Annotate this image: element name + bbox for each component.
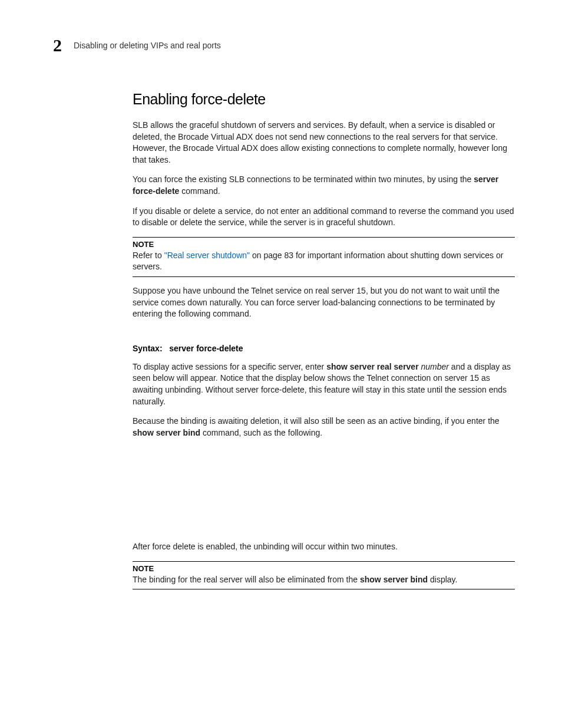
- paragraph-5: To display active sessions for a specifi…: [133, 361, 515, 407]
- paragraph-1: SLB allows the graceful shutdown of serv…: [133, 120, 515, 166]
- p5-italic: number: [419, 362, 449, 371]
- header-title: Disabling or deleting VIPs and real port…: [74, 41, 221, 50]
- p6-bold: show server bind: [133, 428, 200, 437]
- p5-pre: To display active sessions for a specifi…: [133, 362, 326, 371]
- p2-post: command.: [179, 186, 220, 196]
- p5-bold1: show server real server: [326, 362, 418, 371]
- note-label-1: NOTE: [133, 240, 515, 249]
- p2-pre: You can force the existing SLB connectio…: [133, 174, 474, 184]
- note-label-2: NOTE: [133, 564, 515, 573]
- paragraph-7: After force delete is enabled, the unbin…: [133, 541, 515, 553]
- note1-link[interactable]: "Real server shutdown": [164, 251, 250, 260]
- chapter-number: 2: [53, 35, 62, 55]
- document-page: 2 Disabling or deleting VIPs and real po…: [0, 0, 562, 633]
- note-text-1: Refer to "Real server shutdown" on page …: [133, 250, 515, 273]
- note2-pre: The binding for the real server will als…: [133, 575, 360, 584]
- note2-bold: show server bind: [360, 575, 428, 584]
- paragraph-3: If you disable or delete a service, do n…: [133, 206, 515, 229]
- p6-pre: Because the binding is awaiting deletion…: [133, 416, 500, 426]
- spacer: [133, 447, 515, 541]
- syntax-cmd: server force-delete: [169, 344, 243, 353]
- p6-post: command, such as the following.: [200, 428, 322, 437]
- section-heading: Enabling force-delete: [133, 91, 515, 108]
- syntax-line: Syntax: server force-delete: [133, 344, 515, 353]
- note-block-2: NOTE The binding for the real server wil…: [133, 561, 515, 590]
- note2-post: display.: [428, 575, 457, 584]
- page-header: 2 Disabling or deleting VIPs and real po…: [53, 35, 515, 55]
- paragraph-6: Because the binding is awaiting deletion…: [133, 416, 515, 439]
- paragraph-2: You can force the existing SLB connectio…: [133, 174, 515, 197]
- note-block-1: NOTE Refer to "Real server shutdown" on …: [133, 237, 515, 277]
- note-text-2: The binding for the real server will als…: [133, 574, 515, 586]
- content-area: Enabling force-delete SLB allows the gra…: [53, 91, 515, 589]
- paragraph-4: Suppose you have unbound the Telnet serv…: [133, 285, 515, 320]
- syntax-label: Syntax:: [133, 344, 163, 353]
- note1-pre: Refer to: [133, 251, 164, 260]
